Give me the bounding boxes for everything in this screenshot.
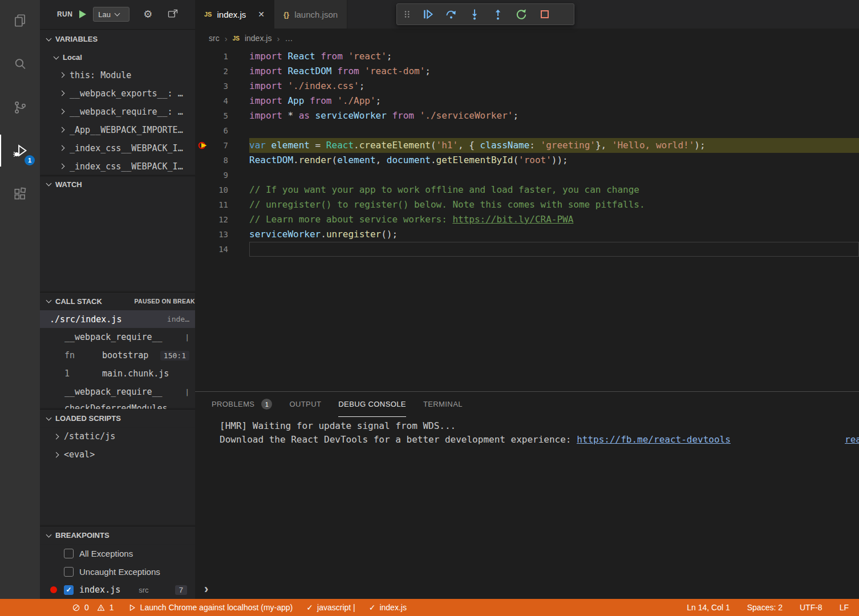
code-text[interactable]: import React from 'react'; bbox=[249, 49, 859, 64]
tab-debug-console[interactable]: DEBUG CONSOLE bbox=[338, 392, 406, 417]
variable-item[interactable]: this: Module bbox=[40, 66, 195, 84]
activity-run-debug-icon[interactable]: 1 bbox=[0, 135, 40, 167]
gutter[interactable]: 11 bbox=[195, 197, 249, 212]
breadcrumb-more[interactable]: … bbox=[285, 34, 293, 43]
code-line[interactable]: 14 bbox=[195, 242, 859, 257]
code-text[interactable]: // unregister() to register() below. Not… bbox=[249, 197, 859, 212]
gutter[interactable]: 13 bbox=[195, 227, 249, 242]
breakpoint-uncaught-exceptions[interactable]: Uncaught Exceptions bbox=[40, 562, 195, 581]
gutter[interactable]: 2 bbox=[195, 64, 249, 79]
code-text[interactable]: ReactDOM.render(element, document.getEle… bbox=[249, 153, 859, 168]
checkbox-checked[interactable] bbox=[64, 585, 74, 595]
breakpoints-section-header[interactable]: BREAKPOINTS bbox=[40, 526, 195, 544]
restart-icon[interactable] bbox=[513, 6, 530, 23]
variables-section-header[interactable]: VARIABLES bbox=[40, 30, 195, 49]
console-input-prompt[interactable] bbox=[204, 582, 218, 597]
gutter[interactable]: 10 bbox=[195, 183, 249, 197]
call-stack-frame[interactable]: 1 main.chunk.js bbox=[40, 364, 195, 383]
tab-index-js[interactable]: JS index.js ✕ bbox=[195, 0, 274, 29]
step-out-icon[interactable] bbox=[489, 6, 507, 23]
code-line[interactable]: 2import ReactDOM from 'react-dom'; bbox=[195, 64, 859, 79]
stop-icon[interactable] bbox=[536, 6, 553, 23]
code-text[interactable]: import * as serviceWorker from './servic… bbox=[249, 108, 859, 123]
code-line[interactable]: 11// unregister() to register() below. N… bbox=[195, 197, 859, 212]
gutter[interactable]: 1 bbox=[195, 49, 249, 64]
activity-explorer-icon[interactable] bbox=[0, 5, 40, 37]
breadcrumb[interactable]: src JS index.js … bbox=[195, 29, 859, 48]
code-text[interactable]: import App from './App'; bbox=[249, 94, 859, 108]
console-link[interactable]: https://fb.me/react-devtools bbox=[577, 434, 731, 445]
gutter[interactable]: 14 bbox=[195, 242, 249, 257]
code-text[interactable]: var element = React.createElement('h1', … bbox=[249, 138, 859, 153]
variables-scope-local[interactable]: Local bbox=[40, 49, 195, 66]
encoding-status[interactable]: UTF-8 bbox=[800, 603, 822, 612]
code-text[interactable]: serviceWorker.unregister(); bbox=[249, 227, 859, 242]
activity-search-icon[interactable] bbox=[0, 48, 40, 80]
code-line[interactable]: 8ReactDOM.render(element, document.getEl… bbox=[195, 153, 859, 168]
language-status[interactable]: javascript | bbox=[306, 603, 355, 612]
code-text[interactable]: import ReactDOM from 'react-dom'; bbox=[249, 64, 859, 79]
breakpoint-index-js[interactable]: index.js src 7 bbox=[40, 581, 195, 599]
variable-item[interactable]: _index_css__WEBPACK_I… bbox=[40, 139, 195, 157]
code-text[interactable]: // If you want your app to work offline … bbox=[249, 183, 859, 197]
problems-status[interactable]: 0 1 bbox=[72, 603, 114, 612]
checkbox-unchecked[interactable] bbox=[64, 549, 74, 558]
breadcrumb-folder[interactable]: src bbox=[209, 34, 220, 43]
code-text[interactable] bbox=[249, 123, 859, 138]
call-stack-frame-clipped[interactable]: checkDeferredModules bbox=[40, 401, 195, 409]
breadcrumb-file[interactable]: index.js bbox=[245, 34, 272, 43]
step-into-icon[interactable] bbox=[466, 6, 483, 23]
code-text[interactable] bbox=[249, 168, 859, 183]
code-line[interactable]: 12// Learn more about service workers: h… bbox=[195, 212, 859, 227]
tab-terminal[interactable]: TERMINAL bbox=[423, 392, 463, 417]
code-line[interactable]: 6 bbox=[195, 123, 859, 138]
breakpoint-all-exceptions[interactable]: All Exceptions bbox=[40, 544, 195, 562]
code-line[interactable]: 5import * as serviceWorker from './servi… bbox=[195, 108, 859, 123]
debug-console-output[interactable]: [HMR] Waiting for update signal from WDS… bbox=[195, 419, 859, 447]
code-line[interactable]: 10// If you want your app to work offlin… bbox=[195, 183, 859, 197]
variable-item[interactable]: __webpack_exports__: … bbox=[40, 84, 195, 103]
gutter[interactable]: 3 bbox=[195, 79, 249, 94]
activity-extensions-icon[interactable] bbox=[0, 178, 40, 210]
start-debug-icon[interactable] bbox=[79, 10, 86, 18]
gear-icon[interactable] bbox=[143, 8, 152, 21]
code-text[interactable] bbox=[249, 242, 859, 257]
variable-item[interactable]: _index_css__WEBPACK_I… bbox=[40, 157, 195, 176]
gutter[interactable]: 8 bbox=[195, 153, 249, 168]
loaded-scripts-section-header[interactable]: LOADED SCRIPTS bbox=[40, 409, 195, 427]
code-text[interactable]: import './index.css'; bbox=[249, 79, 859, 94]
call-stack-section-header[interactable]: CALL STACK PAUSED ON BREAK bbox=[40, 292, 195, 310]
loaded-script-item[interactable]: /static/js bbox=[40, 427, 195, 445]
variable-item[interactable]: _App__WEBPACK_IMPORTE… bbox=[40, 121, 195, 139]
gutter[interactable]: 6 bbox=[195, 123, 249, 138]
continue-icon[interactable] bbox=[419, 6, 436, 23]
code-line[interactable]: 13serviceWorker.unregister(); bbox=[195, 227, 859, 242]
indentation-status[interactable]: Spaces: 2 bbox=[747, 603, 783, 612]
toolbar-drag-handle[interactable] bbox=[402, 6, 413, 23]
call-stack-frame[interactable]: ./src/index.js inde… bbox=[40, 310, 195, 329]
call-stack-frame[interactable]: __webpack_require__ | bbox=[40, 383, 195, 401]
code-line[interactable]: 1import React from 'react'; bbox=[195, 49, 859, 64]
close-icon[interactable]: ✕ bbox=[258, 10, 265, 19]
call-stack-frame[interactable]: fn bootstrap 150:1 bbox=[40, 346, 195, 364]
step-over-icon[interactable] bbox=[443, 6, 460, 23]
activity-source-control-icon[interactable] bbox=[0, 91, 40, 123]
tab-problems[interactable]: PROBLEMS 1 bbox=[212, 392, 272, 417]
variable-item[interactable]: __webpack_require__: … bbox=[40, 103, 195, 121]
code-line[interactable]: 9 bbox=[195, 168, 859, 183]
tab-output[interactable]: OUTPUT bbox=[289, 392, 321, 417]
debug-console-icon[interactable] bbox=[167, 8, 179, 21]
gutter[interactable]: 4 bbox=[195, 94, 249, 108]
code-line[interactable]: 3import './index.css'; bbox=[195, 79, 859, 94]
code-text[interactable]: // Learn more about service workers: htt… bbox=[249, 212, 859, 227]
code-editor[interactable]: 1import React from 'react';2import React… bbox=[195, 48, 859, 391]
gutter[interactable]: 9 bbox=[195, 168, 249, 183]
code-line[interactable]: 7var element = React.createElement('h1',… bbox=[195, 138, 859, 153]
checkbox-unchecked[interactable] bbox=[64, 567, 74, 577]
console-source-link[interactable]: rea bbox=[845, 433, 859, 447]
gutter[interactable]: 12 bbox=[195, 212, 249, 227]
gutter[interactable]: 7 bbox=[195, 138, 249, 153]
tab-launch-json[interactable]: {} launch.json bbox=[274, 0, 347, 29]
call-stack-frame[interactable]: __webpack_require__ | bbox=[40, 328, 195, 346]
file-status[interactable]: index.js bbox=[369, 603, 407, 612]
